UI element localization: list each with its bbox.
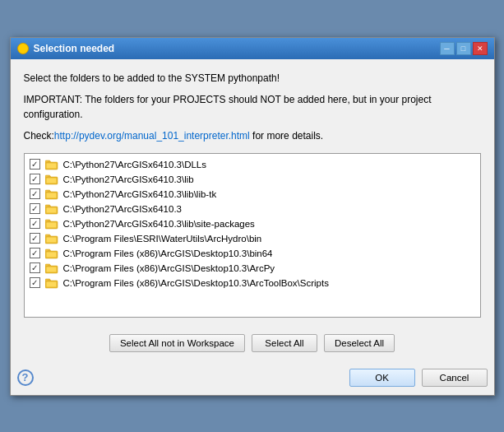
svg-rect-11 [48, 191, 51, 193]
close-button[interactable]: ✕ [473, 42, 488, 55]
list-item[interactable]: C:\Python27\ArcGISx6410.3\lib\site-packa… [25, 216, 480, 231]
folder-icon [45, 262, 58, 274]
info-link[interactable]: http://pydev.org/manual_101_interpreter.… [54, 130, 250, 142]
list-item[interactable]: C:\Python27\ArcGISx6410.3\lib\lib-tk [25, 187, 480, 202]
svg-rect-6 [46, 178, 57, 183]
svg-rect-31 [48, 265, 51, 267]
footer-buttons: OK Cancel [349, 369, 488, 387]
list-item-checkbox[interactable] [30, 262, 40, 273]
window-title: Selection needed [34, 43, 115, 54]
info-line2: IMPORTANT: The folders for your PROJECTS… [24, 92, 481, 122]
cancel-button[interactable]: Cancel [422, 369, 488, 387]
info-line3-suffix: for more details. [250, 130, 323, 142]
deselect-all-button[interactable]: Deselect All [324, 334, 395, 352]
select-all-button[interactable]: Select All [252, 334, 317, 352]
svg-rect-10 [46, 193, 57, 198]
list-item-checkbox[interactable] [30, 277, 40, 288]
svg-rect-34 [46, 281, 57, 287]
list-item-checkbox[interactable] [30, 233, 40, 244]
list-item-checkbox[interactable] [30, 174, 40, 184]
svg-rect-22 [46, 237, 57, 243]
list-item[interactable]: C:\Python27\ArcGISx6410.3\lib [25, 172, 480, 187]
folder-list[interactable]: C:\Python27\ArcGISx6410.3\DLLs C:\Python… [24, 153, 481, 318]
list-item-checkbox[interactable] [30, 159, 40, 170]
list-item-label: C:\Program Files\ESRI\WaterUtils\ArcHydr… [63, 234, 262, 244]
title-controls: ─ □ ✕ [440, 42, 488, 55]
folder-icon [45, 218, 58, 230]
list-item-checkbox[interactable] [30, 218, 40, 229]
list-item-label: C:\Python27\ArcGISx6410.3\DLLs [63, 160, 207, 170]
list-item-label: C:\Program Files (x86)\ArcGIS\Desktop10.… [63, 263, 275, 273]
list-item-checkbox[interactable] [30, 188, 40, 199]
list-item[interactable]: C:\Program Files (x86)\ArcGIS\Desktop10.… [25, 276, 480, 290]
list-item[interactable]: C:\Python27\ArcGISx6410.3 [25, 202, 480, 216]
help-button[interactable]: ? [17, 369, 34, 386]
svg-rect-35 [48, 280, 51, 281]
footer-row: ? OK Cancel [11, 364, 494, 395]
svg-rect-14 [46, 207, 57, 213]
svg-rect-30 [46, 267, 57, 272]
svg-rect-23 [48, 235, 51, 237]
info-line3: Check:http://pydev.org/manual_101_interp… [24, 128, 481, 143]
ok-button[interactable]: OK [349, 369, 415, 387]
folder-icon [45, 277, 58, 289]
svg-rect-2 [46, 163, 57, 169]
list-item-label: C:\Program Files (x86)\ArcGIS\Desktop10.… [63, 278, 329, 288]
list-item[interactable]: C:\Program Files (x86)\ArcGIS\Desktop10.… [25, 246, 480, 261]
minimize-button[interactable]: ─ [440, 42, 455, 55]
svg-rect-3 [48, 161, 51, 163]
list-item-label: C:\Python27\ArcGISx6410.3\lib\site-packa… [63, 219, 255, 229]
folder-icon [45, 248, 58, 259]
info-line3-prefix: Check: [24, 130, 54, 142]
list-item[interactable]: C:\Program Files\ESRI\WaterUtils\ArcHydr… [25, 231, 480, 246]
list-item-label: C:\Python27\ArcGISx6410.3\lib [63, 174, 194, 184]
svg-rect-19 [48, 221, 51, 222]
select-all-not-in-workspace-button[interactable]: Select All not in Workspace [109, 334, 245, 352]
svg-rect-7 [48, 176, 51, 178]
list-item[interactable]: C:\Program Files (x86)\ArcGIS\Desktop10.… [25, 261, 480, 276]
folder-icon [45, 188, 58, 200]
svg-rect-18 [46, 222, 57, 228]
list-item-label: C:\Python27\ArcGISx6410.3\lib\lib-tk [63, 189, 217, 199]
list-item-checkbox[interactable] [30, 248, 40, 258]
svg-rect-27 [48, 250, 51, 252]
folder-icon [45, 159, 58, 170]
title-bar-left: Selection needed [17, 43, 115, 54]
window-body: Select the folders to be added to the SY… [11, 59, 494, 364]
window-icon [17, 43, 29, 54]
list-item[interactable]: C:\Python27\ArcGISx6410.3\DLLs [25, 157, 480, 172]
folder-icon [45, 233, 58, 244]
dialog-window: Selection needed ─ □ ✕ Select the folder… [10, 37, 495, 396]
title-bar: Selection needed ─ □ ✕ [11, 38, 494, 59]
list-item-label: C:\Python27\ArcGISx6410.3 [63, 204, 182, 214]
info-line1: Select the folders to be added to the SY… [24, 71, 481, 86]
svg-rect-26 [46, 252, 57, 258]
svg-rect-15 [48, 206, 51, 207]
list-item-checkbox[interactable] [30, 203, 40, 214]
folder-icon [45, 203, 58, 215]
action-buttons-row: Select All not in Workspace Select All D… [24, 327, 481, 355]
maximize-button[interactable]: □ [456, 42, 471, 55]
folder-icon [45, 174, 58, 185]
list-item-label: C:\Program Files (x86)\ArcGIS\Desktop10.… [63, 249, 273, 258]
